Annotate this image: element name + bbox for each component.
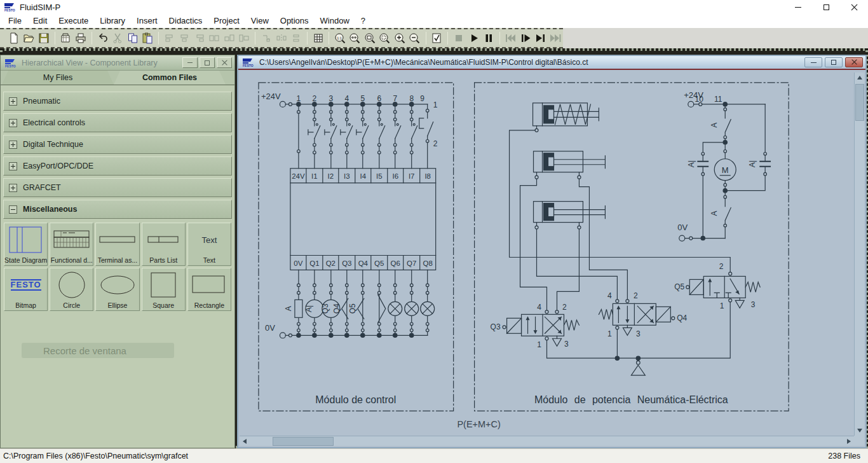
cylinder-double-acting-2[interactable]: [534, 202, 606, 229]
library-minimize-button[interactable]: [182, 57, 198, 68]
scroll-down-button[interactable]: [855, 425, 865, 436]
component-square[interactable]: Square: [142, 268, 186, 311]
make-same-size-icon[interactable]: [237, 31, 252, 46]
align-center-icon[interactable]: [177, 31, 192, 46]
collapse-minus-icon[interactable]: [9, 205, 17, 214]
supply-rail-0v-left[interactable]: [280, 333, 427, 338]
component-ellipse[interactable]: Ellipse: [95, 268, 139, 311]
simulate-until-change-icon[interactable]: [533, 31, 548, 46]
align-left-icon[interactable]: [162, 31, 177, 46]
open-file-icon[interactable]: [22, 31, 37, 46]
single-step-icon[interactable]: [518, 31, 533, 46]
grid-icon[interactable]: [311, 31, 326, 46]
plc-block[interactable]: [290, 169, 436, 270]
menu-options[interactable]: Options: [275, 14, 315, 28]
expand-plus-icon[interactable]: [9, 119, 17, 127]
menu-help[interactable]: ?: [355, 14, 371, 28]
circuit-canvas[interactable]: +24V 0V 1 2 3 4 5 6 7 8 9 1 2 24V: [240, 73, 854, 436]
pin-number: 2: [433, 139, 438, 148]
tab-common-files[interactable]: Common Files: [114, 71, 226, 85]
expand-plus-icon[interactable]: [9, 141, 17, 149]
start-icon[interactable]: [466, 31, 482, 46]
tree-group-grafcet[interactable]: GRAFCET: [3, 178, 232, 197]
paste-icon[interactable]: [140, 31, 155, 46]
app-maximize-button[interactable]: [812, 0, 840, 14]
component-parts-list[interactable]: Parts List: [142, 223, 186, 266]
save-icon[interactable]: [36, 31, 51, 46]
horizontal-scrollbar[interactable]: [240, 436, 854, 446]
tree-group-easyport[interactable]: EasyPort/OPC/DDE: [3, 156, 232, 176]
tree-group-pneumatic[interactable]: Pneumatic: [3, 92, 232, 111]
app-close-button[interactable]: [840, 0, 868, 14]
circuit-close-button[interactable]: [845, 57, 863, 67]
mirror-vertical-icon[interactable]: [288, 31, 304, 46]
circuit-restore-button[interactable]: [825, 57, 843, 67]
library-close-button[interactable]: [217, 57, 232, 68]
scroll-up-button[interactable]: [855, 73, 865, 83]
page-setup-icon[interactable]: [58, 31, 74, 46]
next-icon[interactable]: [548, 31, 564, 46]
zoom-fit-width-icon[interactable]: [348, 31, 363, 46]
pause-icon[interactable]: [481, 31, 496, 46]
input-column-direct[interactable]: [297, 104, 301, 169]
component-text[interactable]: Text Text: [187, 223, 231, 266]
undo-icon[interactable]: [95, 31, 111, 46]
component-terminal-assignment[interactable]: Terminal as...: [95, 223, 139, 266]
menu-library[interactable]: Library: [94, 14, 131, 28]
input-switch-columns[interactable]: [308, 104, 417, 169]
stop-icon[interactable]: [451, 31, 466, 46]
horizontal-scroll-thumb[interactable]: [273, 437, 334, 446]
cylinder-single-acting[interactable]: [533, 103, 599, 132]
reset-icon[interactable]: [503, 31, 519, 46]
make-same-width-icon[interactable]: [207, 31, 222, 46]
output-columns[interactable]: [295, 270, 435, 335]
expand-plus-icon[interactable]: [9, 162, 17, 170]
menu-didactics[interactable]: Didactics: [163, 14, 208, 28]
tree-group-electrical-controls[interactable]: Electrical controls: [3, 113, 232, 132]
menu-file[interactable]: File: [3, 14, 27, 28]
component-functional-diagram[interactable]: Functional d...: [50, 223, 93, 266]
menu-insert[interactable]: Insert: [131, 14, 163, 28]
scroll-left-button[interactable]: [240, 436, 250, 446]
menu-project[interactable]: Project: [208, 14, 245, 28]
library-maximize-button[interactable]: [200, 57, 215, 68]
vertical-scroll-thumb[interactable]: [855, 84, 864, 121]
output-label: Q4: [332, 303, 341, 314]
mirror-horizontal-icon[interactable]: [274, 31, 289, 46]
expand-plus-icon[interactable]: [9, 184, 17, 192]
menu-edit[interactable]: Edit: [27, 14, 53, 28]
menu-window[interactable]: Window: [315, 14, 355, 28]
compressed-air-source[interactable]: [631, 358, 645, 375]
app-minimize-button[interactable]: [784, 0, 812, 14]
menu-execute[interactable]: Execute: [53, 14, 94, 28]
zoom-area-icon[interactable]: [377, 31, 393, 46]
component-rectangle[interactable]: Rectangle: [187, 268, 231, 311]
rotate-icon[interactable]: [259, 31, 274, 46]
expand-plus-icon[interactable]: [9, 97, 17, 106]
tab-my-files[interactable]: My Files: [2, 71, 114, 85]
supply-rail-24v-left[interactable]: [280, 101, 427, 107]
cut-icon[interactable]: [110, 31, 125, 46]
menu-view[interactable]: View: [245, 14, 275, 28]
circuit-minimize-button[interactable]: [804, 57, 822, 67]
scroll-right-button[interactable]: [844, 436, 854, 446]
cylinder-double-acting-1[interactable]: [534, 151, 606, 179]
align-right-icon[interactable]: [192, 31, 207, 46]
zoom-1-1-icon[interactable]: 1:1: [332, 31, 348, 46]
input-limit-switch-column[interactable]: [419, 104, 433, 169]
copy-icon[interactable]: [125, 31, 140, 46]
zoom-in-icon[interactable]: [393, 31, 408, 46]
component-circle[interactable]: Circle: [50, 268, 93, 311]
make-same-height-icon[interactable]: [222, 31, 237, 46]
zoom-fit-page-icon[interactable]: [362, 31, 377, 46]
component-bitmap[interactable]: FESTO Bitmap: [4, 268, 48, 311]
zoom-out-icon[interactable]: [407, 31, 423, 46]
new-file-icon[interactable]: [6, 31, 22, 46]
component-state-diagram[interactable]: State Diagram: [4, 223, 48, 266]
print-icon[interactable]: [73, 31, 88, 46]
tree-group-miscellaneous[interactable]: Miscellaneous: [3, 200, 232, 219]
app-window-controls: [784, 0, 868, 14]
tree-group-digital-technique[interactable]: Digital Technique: [3, 135, 232, 154]
vertical-scrollbar[interactable]: [854, 73, 864, 436]
check-drawing-icon[interactable]: [430, 31, 445, 46]
